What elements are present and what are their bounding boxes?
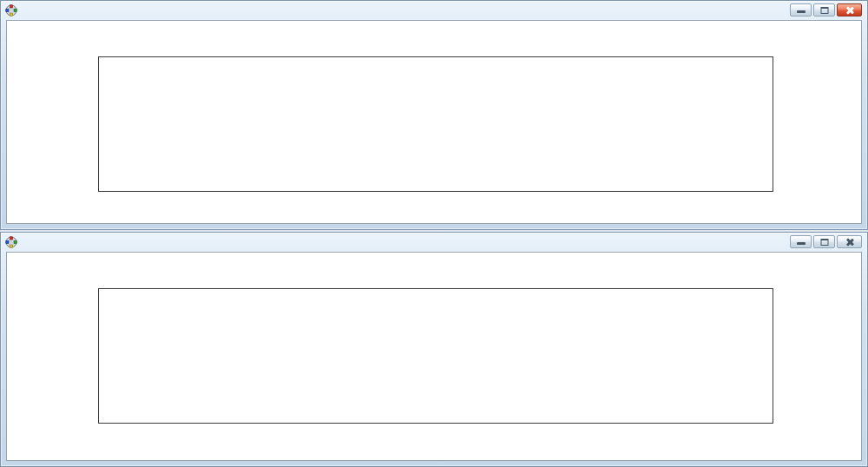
plot-client-area <box>6 20 862 224</box>
colorbar <box>16 51 33 203</box>
window-controls <box>790 3 862 16</box>
minimize-button[interactable] <box>790 3 812 16</box>
colorbar-canvas <box>16 51 33 203</box>
close-button[interactable] <box>837 3 862 16</box>
close-icon <box>845 6 854 15</box>
minimize-button[interactable] <box>790 235 812 248</box>
carpet-plot-canvas <box>99 289 773 423</box>
carpet-plot <box>98 56 773 192</box>
titlebar[interactable] <box>1 233 867 252</box>
window-outflow <box>0 0 868 230</box>
colorbar <box>16 283 33 435</box>
carpet-plot-canvas <box>99 57 773 191</box>
maximize-icon <box>820 7 828 14</box>
close-button[interactable] <box>837 235 862 248</box>
maximize-button[interactable] <box>813 235 835 248</box>
minimize-icon <box>797 10 806 13</box>
colorbar-canvas <box>16 283 33 435</box>
minimize-icon <box>797 242 806 245</box>
window-controls <box>790 235 862 248</box>
app-icon <box>5 4 17 16</box>
maximize-button[interactable] <box>813 3 835 16</box>
titlebar[interactable] <box>1 1 867 20</box>
app-icon <box>5 236 17 248</box>
plot-client-area <box>6 252 862 461</box>
carpet-plot <box>98 288 773 424</box>
window-inflow <box>0 232 868 467</box>
maximize-icon <box>820 239 828 246</box>
desktop: { "windows": [ { "title": "Outflow throu… <box>0 0 868 467</box>
close-icon <box>845 238 854 247</box>
